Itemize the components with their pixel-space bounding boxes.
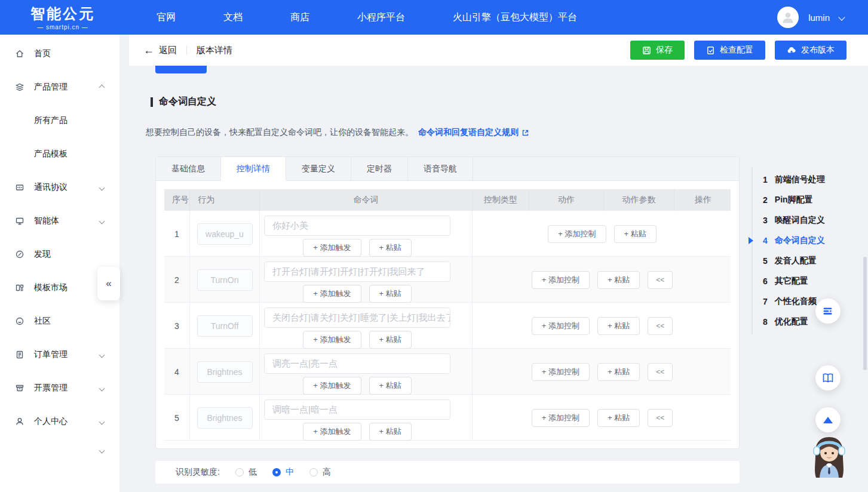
add-trigger-button[interactable]: + 添加触发 [303,331,361,349]
description-text: 想要控制自己的设备，快来配置自定义命令词吧，让你的设备智能起来。 [146,127,413,138]
add-trigger-button[interactable]: + 添加触发 [303,423,361,441]
sidebar-collapse-button[interactable]: « [97,267,120,300]
nav-item-docs[interactable]: 文档 [223,11,243,24]
collapse-row-button[interactable]: << [648,317,673,335]
tab-voice-navigation[interactable]: 语音导航 [408,157,473,180]
col-header-action-params: 动作参数 [604,189,674,211]
page-scrollbar-thumb[interactable] [863,257,867,370]
sidebar-item-order-management[interactable]: 订单管理 [0,338,119,371]
nav-item-store[interactable]: 商店 [290,11,309,24]
paste-trigger-button[interactable]: + 粘贴 [369,239,412,257]
add-trigger-button[interactable]: + 添加触发 [303,239,361,257]
rule-link[interactable]: 命令词和回复语自定义规则 [418,127,529,138]
radio-label[interactable]: 中 [286,467,294,478]
step-number: 8 [763,317,768,327]
paste-trigger-button[interactable]: + 粘贴 [369,331,412,349]
paste-control-button[interactable]: + 粘贴 [614,225,657,243]
sidebar-item-product-templates[interactable]: 产品模板 [0,137,119,171]
behavior-input[interactable]: wakeup_u [197,223,253,245]
check-config-button[interactable]: 检查配置 [694,41,765,60]
radio-option-medium[interactable]: 中 [272,467,294,478]
radio-option-low[interactable]: 低 [235,467,257,478]
sidebar-item-all-products[interactable]: 所有产品 [0,104,119,137]
add-control-button[interactable]: + 添加控制 [532,317,590,335]
collapse-row-button[interactable]: << [648,271,673,289]
tab-basic-info[interactable]: 基础信息 [156,157,221,180]
add-control-button[interactable]: + 添加控制 [532,409,590,427]
command-input[interactable]: 打开台灯|请开灯|开灯|打开灯|我回来了 [264,262,450,282]
tab-variable-definition[interactable]: 变量定义 [286,157,351,180]
paste-trigger-button[interactable]: + 粘贴 [369,377,412,395]
command-table: 序号 行为 命令词 控制类型 动作 动作参数 操作 1 wakeup_u 你好小… [164,189,731,441]
sidebar-item-protocol[interactable]: 通讯协议 [0,171,119,204]
user-menu[interactable]: lumin [777,7,844,28]
step-personal-audio[interactable]: 7个性化音频 [753,291,825,312]
radio-label[interactable]: 高 [323,467,331,478]
step-optimize-config[interactable]: 8优化配置 [753,312,825,332]
step-pin-config[interactable]: 2Pin脚配置 [753,190,825,210]
sidebar-item-product-management[interactable]: 产品管理 [0,70,119,104]
command-input[interactable]: 你好小美 [264,216,450,236]
sidebar-item-invoice-management[interactable]: 开票管理 [0,371,119,405]
paste-trigger-button[interactable]: + 粘贴 [369,423,412,441]
nav-item-official-site[interactable]: 官网 [157,11,176,24]
radio-selected-icon[interactable] [272,468,281,476]
top-navbar: 智能公元 — smartpi.cn — 官网 文档 商店 小程序平台 火山引擎（… [0,0,868,35]
back-to-top-fab[interactable] [815,407,841,432]
add-control-button[interactable]: + 添加控制 [532,363,590,381]
logo[interactable]: 智能公元 — smartpi.cn — [0,4,125,30]
partial-add-button[interactable] [155,66,207,73]
docs-fab[interactable] [815,365,841,390]
config-nav-fab[interactable] [815,299,841,324]
add-trigger-button[interactable]: + 添加触发 [303,377,361,395]
radio-icon[interactable] [309,468,318,476]
command-input[interactable]: 调亮一点|亮一点 [264,353,450,374]
add-control-button[interactable]: + 添加控制 [548,225,606,243]
trigger-buttons: + 添加触发 + 粘贴 [264,239,450,257]
paste-trigger-button[interactable]: + 粘贴 [369,285,412,303]
sidebar-item-community[interactable]: 社区 [0,305,119,338]
tab-bar: 基础信息 控制详情 变量定义 定时器 语音导航 [156,157,739,181]
radio-option-high[interactable]: 高 [309,467,331,478]
sidebar-item-discover[interactable]: 发现 [0,238,119,271]
add-trigger-button[interactable]: + 添加触发 [303,285,361,303]
paste-control-button[interactable]: + 粘贴 [597,317,640,335]
add-control-button[interactable]: + 添加控制 [532,271,590,289]
step-command-custom[interactable]: 4命令词自定义 [753,230,825,251]
step-frontend-signal[interactable]: 1前端信号处理 [753,170,825,190]
nav-item-miniprogram[interactable]: 小程序平台 [357,11,405,24]
sidebar-item-personal-center[interactable]: 个人中心 [0,405,119,438]
collapse-row-button[interactable]: << [648,363,673,381]
paste-control-button[interactable]: + 粘贴 [597,363,640,381]
radio-label[interactable]: 低 [249,467,257,478]
collapse-icon: « [106,278,111,290]
paste-control-button[interactable]: + 粘贴 [597,271,640,289]
save-button[interactable]: 保存 [630,41,685,60]
command-input[interactable]: 关闭台灯|请关灯|关灯|睡觉了|关上灯|我出去了 [264,308,450,328]
chevron-up-icon [99,84,105,90]
sidebar-extra-item[interactable] [0,438,119,462]
sidebar-item-home[interactable]: 首页 [0,37,119,70]
behavior-input[interactable]: Brightnes [197,407,253,429]
sidebar-item-agent[interactable]: 智能体 [0,204,119,238]
user-avatar[interactable] [777,7,799,28]
step-other-config[interactable]: 6其它配置 [753,271,825,291]
trigger-buttons: + 添加触发 + 粘贴 [264,423,450,441]
paste-control-button[interactable]: + 粘贴 [597,409,640,427]
step-wakeword-custom[interactable]: 3唤醒词自定义 [753,210,825,230]
publish-version-button[interactable]: 发布版本 [775,41,846,60]
behavior-input[interactable]: TurnOff [197,315,253,337]
assistant-avatar[interactable] [808,433,851,482]
command-input[interactable]: 调暗一点|暗一点 [264,399,450,420]
home-icon [15,49,24,59]
tab-timer[interactable]: 定时器 [351,157,408,180]
nav-item-volcengine[interactable]: 火山引擎（豆包大模型）平台 [453,11,577,24]
behavior-input[interactable]: TurnOn [197,269,253,291]
chevron-down-icon [99,218,105,224]
back-button[interactable]: ← 返回 [143,45,177,56]
collapse-row-button[interactable]: << [648,409,673,427]
tab-control-detail[interactable]: 控制详情 [221,157,286,181]
behavior-input[interactable]: Brightnes [197,361,253,383]
radio-icon[interactable] [235,468,244,476]
step-voice-config[interactable]: 5发音人配置 [753,251,825,271]
